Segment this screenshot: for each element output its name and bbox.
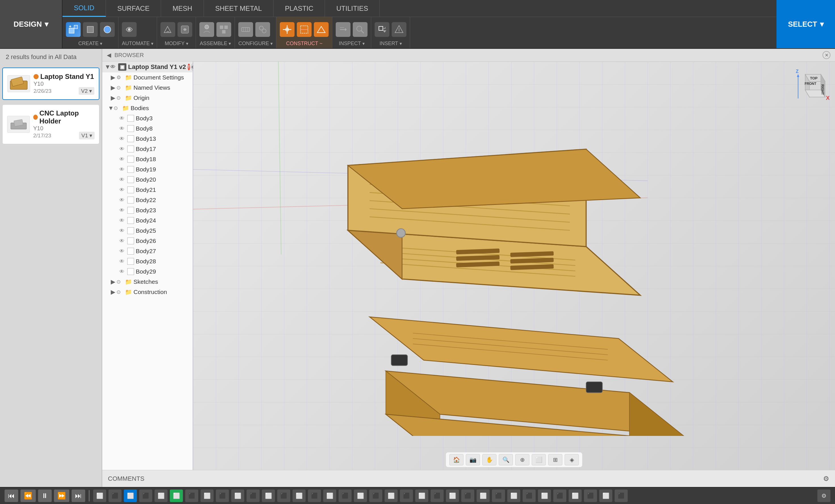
vp-grid-btn[interactable]: ⊞ — [548, 454, 562, 465]
btm-btn-18[interactable]: ⬜ — [354, 489, 367, 502]
configure-icon-1[interactable] — [238, 22, 253, 37]
design-button[interactable]: DESIGN ▾ — [0, 0, 62, 48]
create-icon-2[interactable] — [83, 22, 98, 37]
vp-pan-btn[interactable]: ✋ — [482, 454, 496, 465]
btm-btn-32[interactable]: ⬜ — [569, 489, 582, 502]
btm-btn-7[interactable]: ⬛ — [185, 489, 198, 502]
tree-body-body25[interactable]: 👁 Body25 — [102, 226, 192, 236]
btm-btn-24[interactable]: ⬜ — [446, 489, 459, 502]
tree-body-body17[interactable]: 👁 Body17 — [102, 144, 192, 154]
btm-btn-5[interactable]: ⬜ — [155, 489, 167, 502]
btm-btn-21[interactable]: ⬛ — [400, 489, 413, 502]
browser-back[interactable]: ◀ — [107, 51, 111, 59]
btm-btn-31[interactable]: ⬛ — [553, 489, 566, 502]
btm-btn-4[interactable]: ⬛ — [139, 489, 152, 502]
view-cube[interactable]: Z TOP FRONT — [790, 67, 829, 107]
inspect-icon-1[interactable] — [336, 22, 350, 37]
vp-display-btn[interactable]: ⬜ — [532, 454, 546, 465]
tree-construction[interactable]: ▶ ⊙ 📁 Construction — [102, 287, 192, 297]
tree-body-body22[interactable]: 👁 Body22 — [102, 195, 192, 205]
vp-viz-btn[interactable]: ◈ — [565, 454, 579, 465]
inspect-icon-2[interactable] — [353, 22, 367, 37]
btm-settings-btn[interactable]: ⚙ — [817, 489, 831, 502]
project-item-1[interactable]: Laptop Stand Y1 Y10 2/26/23 V2 ▾ — [2, 67, 99, 100]
vp-camera-btn[interactable]: 📷 — [466, 454, 480, 465]
tab-surface[interactable]: SURFACE — [106, 0, 161, 17]
btm-btn-25[interactable]: ⬛ — [461, 489, 474, 502]
btm-btn-23[interactable]: ⬛ — [431, 489, 444, 502]
construct-icon-1[interactable] — [280, 22, 294, 37]
create-icon-3[interactable] — [100, 22, 115, 37]
tree-body-body26[interactable]: 👁 Body26 — [102, 236, 192, 246]
btm-btn-28[interactable]: ⬜ — [507, 489, 520, 502]
tree-doc-settings[interactable]: ▶ ⚙ 📁 Document Settings — [102, 72, 192, 83]
tree-body-body8[interactable]: 👁 Body8 — [102, 123, 192, 134]
assemble-icon-2[interactable] — [217, 22, 231, 37]
project-version-1[interactable]: V2 ▾ — [79, 87, 94, 95]
tree-named-views[interactable]: ▶ ⊙ 📁 Named Views — [102, 83, 192, 93]
tab-solid[interactable]: SOLID — [62, 0, 106, 17]
play-prev[interactable]: ⏪ — [20, 489, 36, 502]
play-next[interactable]: ⏩ — [54, 489, 69, 502]
btm-btn-20[interactable]: ⬜ — [385, 489, 398, 502]
tree-body-body28[interactable]: 👁 Body28 — [102, 256, 192, 267]
tree-body-body3[interactable]: 👁 Body3 — [102, 113, 192, 123]
btm-btn-27[interactable]: ⬛ — [492, 489, 505, 502]
tree-doc-root[interactable]: ▼ 👁 ▣ Laptop Stand Y1 v2 T ⊙ — [102, 62, 192, 72]
btm-btn-6[interactable]: ⬜ — [170, 489, 183, 502]
tree-sketches[interactable]: ▶ ⊙ 📁 Sketches — [102, 277, 192, 287]
play-skip-start[interactable]: ⏮ — [4, 489, 18, 502]
btm-btn-10[interactable]: ⬜ — [231, 489, 244, 502]
play-skip-end[interactable]: ⏭ — [72, 489, 85, 502]
btm-btn-33[interactable]: ⬛ — [584, 489, 597, 502]
btm-btn-1[interactable]: ⬜ — [93, 489, 106, 502]
btm-btn-14[interactable]: ⬜ — [292, 489, 306, 502]
btm-btn-11[interactable]: ⬛ — [246, 489, 260, 502]
tree-origin[interactable]: ▶ ⊙ 📁 Origin — [102, 93, 192, 103]
configure-icon-2[interactable] — [255, 22, 270, 37]
btm-btn-34[interactable]: ⬜ — [599, 489, 612, 502]
tree-body-body27[interactable]: 👁 Body27 — [102, 246, 192, 256]
insert-icon-1[interactable] — [374, 22, 389, 37]
comments-settings-icon[interactable]: ⚙ — [823, 475, 829, 483]
vp-zoom-fit-btn[interactable]: ⊕ — [515, 454, 529, 465]
tree-body-body23[interactable]: 👁 Body23 — [102, 205, 192, 215]
btm-btn-13[interactable]: ⬛ — [277, 489, 290, 502]
tab-plastic[interactable]: PLASTIC — [273, 0, 325, 17]
project-item-2[interactable]: CNC Laptop Holder Y10 2/17/23 V1 ▾ — [2, 104, 99, 144]
tab-mesh[interactable]: MESH — [161, 0, 204, 17]
btm-btn-35[interactable]: ⬛ — [615, 489, 628, 502]
btm-btn-16[interactable]: ⬜ — [323, 489, 336, 502]
select-button[interactable]: SELECT ▾ — [776, 0, 835, 48]
btm-btn-17[interactable]: ⬛ — [339, 489, 352, 502]
insert-icon-2[interactable] — [392, 22, 406, 37]
btm-btn-19[interactable]: ⬛ — [369, 489, 382, 502]
tab-utilities[interactable]: UTILITIES — [325, 0, 380, 17]
tree-body-body19[interactable]: 👁 Body19 — [102, 164, 192, 174]
browser-close-btn[interactable]: ✕ — [822, 51, 831, 59]
tree-body-body18[interactable]: 👁 Body18 — [102, 154, 192, 164]
btm-btn-15[interactable]: ⬛ — [308, 489, 321, 502]
vp-orient-btn[interactable]: 🏠 — [449, 454, 464, 465]
automate-icon-1[interactable] — [122, 22, 137, 37]
btm-btn-3[interactable]: ⬜ — [124, 489, 137, 502]
tree-body-body29[interactable]: 👁 Body29 — [102, 267, 192, 277]
project-version-2[interactable]: V1 ▾ — [79, 132, 95, 139]
btm-btn-2[interactable]: ⬛ — [108, 489, 122, 502]
tree-body-body24[interactable]: 👁 Body24 — [102, 215, 192, 226]
tab-sheet-metal[interactable]: SHEET METAL — [204, 0, 273, 17]
btm-btn-29[interactable]: ⬛ — [523, 489, 536, 502]
tree-body-body13[interactable]: 👁 Body13 — [102, 134, 192, 144]
btm-btn-8[interactable]: ⬜ — [201, 489, 213, 502]
vp-zoom-btn[interactable]: 🔍 — [499, 454, 513, 465]
tree-bodies[interactable]: ▼ ⊙ 📁 Bodies — [102, 103, 192, 113]
tree-body-body20[interactable]: 👁 Body20 — [102, 174, 192, 185]
modify-icon-1[interactable] — [161, 22, 175, 37]
construct-icon-3[interactable] — [314, 22, 329, 37]
btm-btn-12[interactable]: ⬜ — [262, 489, 275, 502]
assemble-icon-1[interactable] — [199, 22, 214, 37]
create-icon-1[interactable] — [66, 22, 81, 37]
btm-btn-30[interactable]: ⬜ — [538, 489, 551, 502]
tree-body-body21[interactable]: 👁 Body21 — [102, 185, 192, 195]
btm-btn-26[interactable]: ⬜ — [476, 489, 490, 502]
